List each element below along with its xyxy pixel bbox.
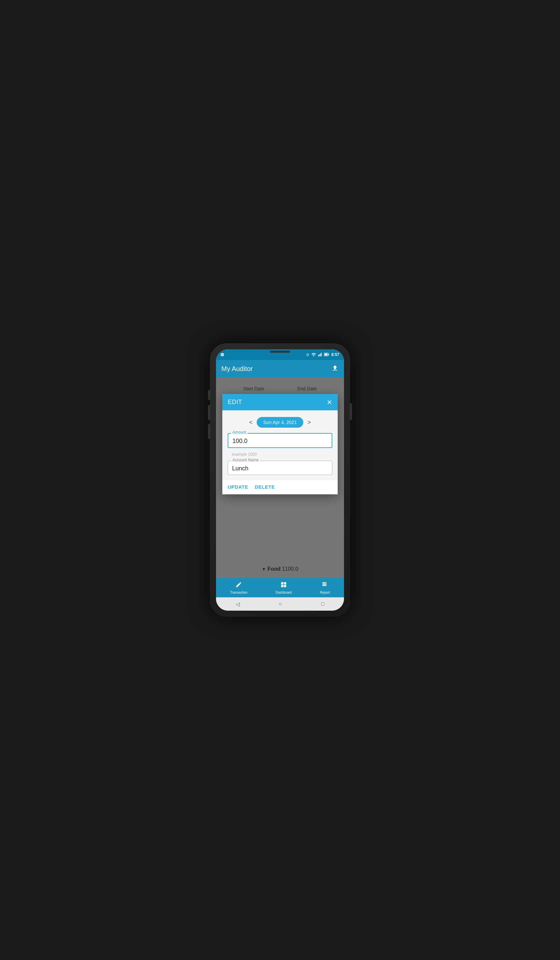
- modal-footer: UPDATE DELETE: [222, 480, 338, 494]
- delete-button[interactable]: DELETE: [255, 484, 275, 490]
- svg-rect-5: [328, 354, 329, 355]
- date-display[interactable]: Sun Apr 4, 2021: [257, 417, 303, 428]
- wifi-icon: [311, 353, 316, 357]
- side-button-left-mid: [208, 405, 210, 420]
- report-label: Report: [320, 590, 330, 594]
- svg-rect-0: [318, 355, 318, 356]
- amount-input[interactable]: [228, 433, 332, 448]
- svg-rect-6: [324, 354, 327, 355]
- nav-dashboard[interactable]: Dashboard: [275, 581, 292, 594]
- speaker: [270, 350, 290, 353]
- status-left: [221, 353, 224, 356]
- block-icon: ⊝: [306, 352, 309, 357]
- status-circle-icon: [221, 353, 224, 356]
- phone-frame: ⊝: [210, 343, 350, 617]
- date-prev-button[interactable]: <: [249, 419, 253, 426]
- svg-rect-2: [320, 354, 321, 356]
- upload-icon[interactable]: [331, 364, 339, 373]
- side-button-left-top: [208, 390, 210, 400]
- transaction-icon: [235, 581, 242, 590]
- nav-transaction[interactable]: Transaction: [230, 581, 247, 594]
- date-picker-row: < Sun Apr 4, 2021 >: [228, 417, 332, 428]
- date-next-button[interactable]: >: [307, 419, 311, 426]
- back-button[interactable]: ◁: [236, 601, 240, 607]
- food-summary-area: ▼ Food 1100.0: [216, 560, 344, 578]
- dashboard-label: Dashboard: [275, 590, 292, 594]
- food-amount: 1100.0: [282, 566, 298, 572]
- food-tag: Food: [267, 566, 280, 572]
- app-header: My Auditor: [216, 360, 344, 377]
- close-icon[interactable]: ✕: [327, 399, 332, 406]
- amount-field-container: Amount: [228, 433, 332, 448]
- report-icon: [322, 581, 328, 590]
- account-name-input[interactable]: [228, 461, 332, 475]
- recents-button[interactable]: □: [322, 601, 325, 607]
- battery-icon: [324, 353, 329, 357]
- time-display: 8:57: [331, 352, 339, 357]
- edit-modal: EDIT ✕ < Sun Apr 4, 2021 > Amou: [222, 394, 338, 494]
- account-name-label: Account Name: [231, 458, 260, 462]
- app-title: My Auditor: [221, 365, 253, 373]
- transaction-label: Transaction: [230, 590, 247, 594]
- svg-rect-3: [321, 353, 322, 356]
- main-content: Start Date End Date EDIT ✕ <: [216, 377, 344, 578]
- signal-icon: [318, 353, 322, 357]
- update-button[interactable]: UPDATE: [228, 484, 248, 490]
- modal-title: EDIT: [228, 398, 242, 406]
- bottom-nav: Transaction Dashboard Report: [216, 578, 344, 597]
- home-button[interactable]: ○: [279, 601, 282, 607]
- modal-body: < Sun Apr 4, 2021 > Amount example 1000: [222, 410, 338, 480]
- phone-screen: ⊝: [216, 349, 344, 611]
- side-button-left-bot: [208, 424, 210, 439]
- modal-header: EDIT ✕: [222, 394, 338, 410]
- dashboard-icon: [280, 581, 287, 590]
- side-button-right: [350, 403, 352, 420]
- amount-label: Amount: [231, 430, 247, 435]
- svg-rect-1: [319, 354, 320, 356]
- modal-overlay: EDIT ✕ < Sun Apr 4, 2021 > Amou: [216, 377, 344, 578]
- account-field-container: Account Name: [228, 461, 332, 475]
- android-nav: ◁ ○ □: [216, 597, 344, 611]
- status-right: ⊝: [306, 352, 339, 357]
- nav-report[interactable]: Report: [320, 581, 330, 594]
- food-summary: ▼ Food 1100.0: [221, 563, 339, 575]
